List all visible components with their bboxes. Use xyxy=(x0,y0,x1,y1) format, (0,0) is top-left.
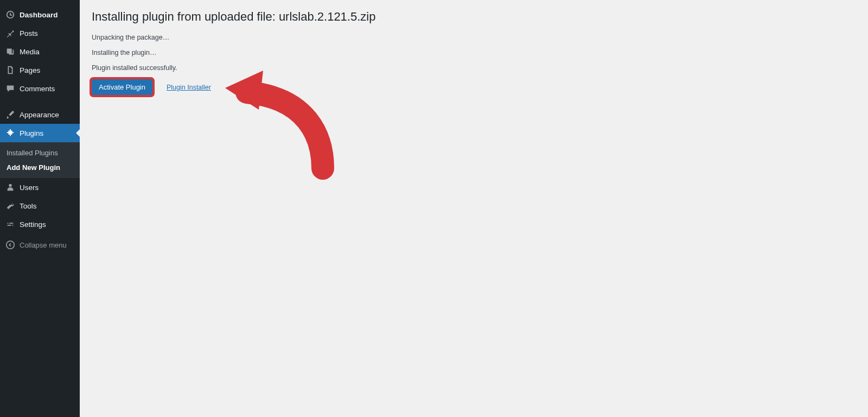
sidebar-item-label: Comments xyxy=(20,85,74,93)
sidebar-item-label: Posts xyxy=(20,29,74,37)
brush-icon xyxy=(5,110,15,119)
submenu-installed-plugins[interactable]: Installed Plugins xyxy=(0,146,80,160)
sidebar-item-pages[interactable]: Pages xyxy=(0,61,80,79)
wrench-icon xyxy=(5,201,15,211)
sidebar-item-posts[interactable]: Posts xyxy=(0,24,80,42)
activate-plugin-button[interactable]: Activate Plugin xyxy=(92,79,152,95)
page-icon xyxy=(5,65,15,75)
sidebar-item-label: Users xyxy=(20,184,74,192)
comment-icon xyxy=(5,84,15,93)
sidebar-item-media[interactable]: Media xyxy=(0,42,80,61)
plugin-actions: Activate Plugin Plugin Installer xyxy=(92,79,856,95)
collapse-icon xyxy=(5,240,15,250)
sidebar-item-dashboard[interactable]: Dashboard xyxy=(0,5,80,24)
user-icon xyxy=(5,182,15,192)
dashboard-icon xyxy=(5,10,15,20)
main-content: Installing plugin from uploaded file: ur… xyxy=(80,0,868,417)
admin-sidebar: Dashboard Posts Media Pages Comments App… xyxy=(0,0,80,417)
plugins-submenu: Installed Plugins Add New Plugin xyxy=(0,142,80,178)
status-unpacking: Unpacking the package… xyxy=(92,34,856,41)
sidebar-item-label: Settings xyxy=(20,220,74,229)
sidebar-item-label: Plugins xyxy=(20,129,74,137)
media-icon xyxy=(5,47,15,56)
sidebar-collapse-menu[interactable]: Collapse menu xyxy=(0,236,80,254)
page-title: Installing plugin from uploaded file: ur… xyxy=(92,10,856,24)
sidebar-item-tools[interactable]: Tools xyxy=(0,197,80,215)
sidebar-item-label: Appearance xyxy=(20,111,74,119)
sidebar-item-users[interactable]: Users xyxy=(0,178,80,197)
return-to-installer-link[interactable]: Plugin Installer xyxy=(167,84,211,91)
plugin-icon xyxy=(5,128,15,138)
sidebar-item-label: Media xyxy=(20,48,74,56)
sidebar-item-label: Tools xyxy=(20,202,74,210)
sidebar-item-plugins[interactable]: Plugins xyxy=(0,124,80,142)
pin-icon xyxy=(5,28,15,38)
status-installing: Installing the plugin… xyxy=(92,49,856,56)
svg-point-0 xyxy=(7,241,14,249)
sidebar-item-comments[interactable]: Comments xyxy=(0,79,80,98)
sidebar-item-label: Dashboard xyxy=(20,11,74,19)
sidebar-item-label: Pages xyxy=(20,66,74,74)
settings-icon xyxy=(5,219,15,229)
sidebar-item-settings[interactable]: Settings xyxy=(0,215,80,233)
sidebar-item-label: Collapse menu xyxy=(20,241,74,249)
sidebar-item-appearance[interactable]: Appearance xyxy=(0,105,80,124)
submenu-add-new-plugin[interactable]: Add New Plugin xyxy=(0,160,80,175)
status-success: Plugin installed successfully. xyxy=(92,64,856,72)
